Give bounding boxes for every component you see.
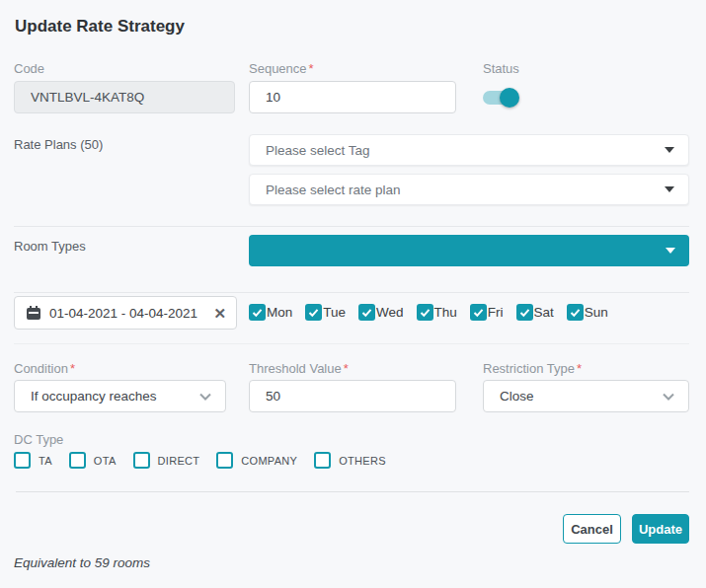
condition-select[interactable]: If occupancy reaches (14, 380, 226, 412)
weekday-sun[interactable]: Sun (567, 304, 608, 321)
threshold-label: Threshold Value* (249, 361, 349, 376)
weekday-wed[interactable]: Wed (358, 304, 404, 321)
dc-type-option-label: DIRECT (158, 455, 200, 467)
weekday-checkbox-group: Mon Tue Wed Thu Fri Sat Sun (249, 304, 621, 321)
divider (14, 343, 689, 344)
dc-type-checkbox-group: TA OTA DIRECT COMPANY OTHERS (14, 452, 403, 469)
rate-plan-select[interactable]: Please select rate plan (249, 174, 689, 205)
weekday-label: Sat (534, 305, 554, 320)
checkbox-unchecked-icon[interactable] (133, 452, 150, 469)
chevron-down-icon (199, 393, 211, 401)
required-asterisk: * (577, 361, 582, 376)
checkbox-checked-icon[interactable] (567, 304, 584, 321)
tag-select-placeholder: Please select Tag (266, 143, 665, 158)
page-title: Update Rate Strategy (15, 17, 185, 37)
chevron-down-icon (663, 393, 674, 401)
room-types-label: Room Types (14, 239, 86, 254)
room-types-select[interactable] (249, 235, 689, 266)
update-button[interactable]: Update (632, 514, 689, 544)
checkbox-unchecked-icon[interactable] (314, 452, 331, 469)
required-asterisk: * (344, 361, 349, 376)
weekday-label: Tue (323, 305, 346, 320)
cancel-button[interactable]: Cancel (563, 514, 621, 544)
dc-type-ta[interactable]: TA (14, 452, 52, 469)
checkbox-checked-icon[interactable] (305, 304, 322, 321)
dc-type-label: DC Type (14, 432, 63, 447)
dc-type-ota[interactable]: OTA (69, 452, 117, 469)
caret-down-icon (665, 186, 674, 192)
weekday-sat[interactable]: Sat (516, 304, 554, 321)
equivalent-rooms-note: Equivalent to 59 rooms (14, 555, 150, 570)
code-field[interactable] (14, 81, 235, 113)
divider (14, 292, 689, 293)
calendar-icon[interactable] (27, 306, 40, 320)
dc-type-option-label: COMPANY (241, 455, 297, 467)
restriction-type-select-value: Close (500, 389, 663, 404)
date-range-value: 01-04-2021 - 04-04-2021 (49, 306, 213, 321)
code-label: Code (14, 61, 44, 76)
status-toggle-knob (500, 88, 519, 108)
checkbox-checked-icon[interactable] (358, 304, 375, 321)
checkbox-unchecked-icon[interactable] (14, 452, 31, 469)
checkbox-unchecked-icon[interactable] (216, 452, 233, 469)
checkbox-checked-icon[interactable] (417, 304, 433, 321)
required-asterisk: * (70, 361, 75, 376)
dc-type-others[interactable]: OTHERS (314, 452, 386, 469)
dc-type-option-label: TA (39, 455, 52, 467)
tag-select[interactable]: Please select Tag (249, 134, 689, 166)
dc-type-company[interactable]: COMPANY (216, 452, 297, 469)
clear-date-icon[interactable]: ✕ (213, 306, 226, 321)
checkbox-checked-icon[interactable] (249, 304, 266, 321)
divider (16, 491, 689, 492)
sequence-label: Sequence* (249, 61, 314, 76)
caret-down-icon (665, 147, 674, 153)
weekday-label: Fri (488, 305, 504, 320)
divider (14, 226, 689, 227)
status-label: Status (483, 61, 519, 76)
checkbox-checked-icon[interactable] (516, 304, 533, 321)
weekday-tue[interactable]: Tue (305, 304, 346, 321)
date-range-field[interactable]: 01-04-2021 - 04-04-2021 ✕ (14, 296, 237, 330)
condition-label: Condition* (14, 361, 75, 376)
weekday-thu[interactable]: Thu (417, 304, 457, 321)
weekday-label: Sun (585, 305, 608, 320)
required-asterisk: * (309, 61, 314, 76)
weekday-fri[interactable]: Fri (470, 304, 504, 321)
restriction-type-label-text: Restriction Type (483, 361, 575, 376)
dc-type-direct[interactable]: DIRECT (133, 452, 200, 469)
rate-plan-select-placeholder: Please select rate plan (266, 183, 665, 197)
dc-type-option-label: OTHERS (339, 455, 386, 467)
rate-plans-label: Rate Plans (50) (14, 137, 103, 152)
condition-label-text: Condition (14, 361, 68, 376)
condition-select-value: If occupancy reaches (31, 389, 199, 404)
weekday-label: Thu (434, 305, 457, 320)
weekday-mon[interactable]: Mon (249, 304, 292, 321)
checkbox-unchecked-icon[interactable] (69, 452, 86, 469)
dc-type-option-label: OTA (94, 455, 117, 467)
caret-down-icon (666, 248, 675, 254)
checkbox-checked-icon[interactable] (470, 304, 487, 321)
threshold-field[interactable] (249, 380, 456, 412)
sequence-field[interactable] (249, 81, 456, 113)
sequence-label-text: Sequence (249, 61, 307, 76)
weekday-label: Wed (376, 305, 404, 320)
weekday-label: Mon (267, 305, 292, 320)
threshold-label-text: Threshold Value (249, 361, 342, 376)
restriction-type-select[interactable]: Close (483, 380, 689, 412)
restriction-type-label: Restriction Type* (483, 361, 582, 376)
status-toggle[interactable] (483, 91, 516, 105)
